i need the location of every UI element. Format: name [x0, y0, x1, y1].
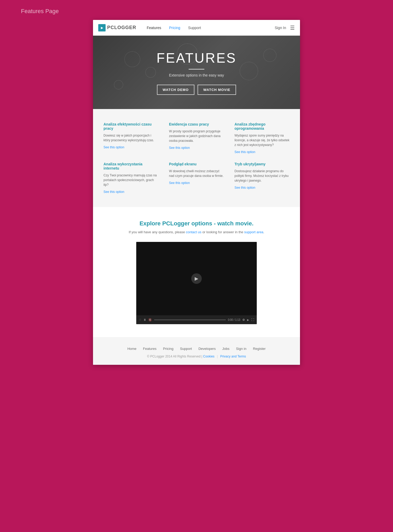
deco-circle-1: [124, 51, 140, 67]
navbar: PCLOGGER Features Pricing Support Sign I…: [93, 20, 300, 36]
feature-desc-4: W dowolnej chwili możesz zobaczyć nad cz…: [169, 169, 224, 178]
feature-link-3[interactable]: See this option: [103, 190, 124, 194]
time-display: 0:00 / 1:13: [228, 318, 240, 321]
explore-section: Explore PCLogger options - watch movie. …: [93, 207, 300, 337]
feature-item-2: Analiza zbędnego oprogramowania Wydajesz…: [234, 122, 290, 154]
footer-link-features[interactable]: Features: [143, 347, 156, 351]
nav-right: Sign In ☰: [275, 25, 295, 31]
footer-link-developers[interactable]: Developers: [198, 347, 216, 351]
support-area-link[interactable]: support area: [244, 230, 263, 234]
explore-title: Explore PCLogger options - watch movie.: [103, 220, 290, 227]
deco-circle-5: [240, 62, 258, 80]
watch-movie-button[interactable]: WATCH MOVIE: [198, 85, 236, 95]
fullscreen-button[interactable]: ⛶: [251, 318, 254, 321]
feature-title-4: Podgląd ekranu: [169, 162, 224, 166]
pause-button[interactable]: ⏸: [143, 318, 146, 321]
video-controls: ♡ ⏸ 🔇 0:00 / 1:13 ⚙ ▶ ⛶: [136, 315, 257, 324]
hero-title: FEATURES: [156, 50, 237, 66]
feature-title-5: Tryb ukryty/jawny: [234, 162, 290, 166]
progress-bar[interactable]: [154, 319, 226, 320]
footer-copyright: © PCLogger 2014 All Rights Reserved | Co…: [98, 355, 295, 358]
copyright-text: © PCLogger 2014 All Rights Reserved |: [147, 355, 202, 358]
nav-links: Features Pricing Support: [147, 26, 275, 30]
video-screen[interactable]: ▶: [136, 242, 257, 315]
nav-support[interactable]: Support: [188, 26, 201, 30]
footer-separator: |: [217, 355, 218, 358]
features-section: Analiza efektywności czasu pracy Dowiesz…: [93, 109, 300, 207]
footer-links: Home Features Pricing Support Developers…: [98, 347, 295, 351]
feature-title-1: Ewidencja czasu pracy: [169, 122, 224, 126]
deco-circle-4: [263, 49, 276, 62]
feature-link-4[interactable]: See this option: [169, 181, 190, 185]
footer-link-pricing[interactable]: Pricing: [163, 347, 173, 351]
feature-desc-2: Wydajesz spore sumy pieniędzy na licencj…: [234, 133, 290, 147]
hamburger-icon[interactable]: ☰: [290, 25, 295, 31]
footer-link-register[interactable]: Register: [253, 347, 265, 351]
footer-link-support[interactable]: Support: [180, 347, 192, 351]
cookies-link[interactable]: Cookies: [203, 355, 214, 358]
footer-link-jobs[interactable]: Jobs: [222, 347, 229, 351]
explore-desc-after: .: [263, 230, 264, 234]
deco-circle-2: [145, 67, 156, 78]
feature-desc-5: Dostosujesz działanie programu do polity…: [234, 169, 290, 183]
feature-title-3: Analiza wykorzystania internetu: [103, 162, 159, 170]
feature-desc-0: Dowiesz się w jakich proporcjach i który…: [103, 133, 159, 143]
feature-link-2[interactable]: See this option: [234, 150, 255, 154]
feature-item-0: Analiza efektywności czasu pracy Dowiesz…: [103, 122, 159, 154]
explore-desc: If you will have any questions, please c…: [103, 230, 290, 234]
page-title: Features Page: [21, 8, 59, 15]
nav-pricing[interactable]: Pricing: [169, 26, 180, 30]
hero-section: FEATURES Extensive options in the easy w…: [93, 36, 300, 109]
hero-divider: [189, 69, 204, 69]
play-button[interactable]: ▶: [191, 273, 202, 284]
feature-title-2: Analiza zbędnego oprogramowania: [234, 122, 290, 131]
youtube-icon[interactable]: ▶: [247, 318, 249, 321]
feature-item-3: Analiza wykorzystania internetu Czy Twoi…: [103, 162, 159, 194]
feature-link-5[interactable]: See this option: [234, 186, 255, 189]
sign-in-link[interactable]: Sign In: [275, 26, 286, 30]
footer: Home Features Pricing Support Developers…: [93, 337, 300, 365]
feature-item-4: Podgląd ekranu W dowolnej chwili możesz …: [169, 162, 224, 194]
mute-button[interactable]: 🔇: [148, 318, 152, 322]
nav-features[interactable]: Features: [147, 26, 161, 30]
video-player: ▶ ♡ ⏸ 🔇 0:00 / 1:13 ⚙ ▶ ⛶: [136, 242, 257, 324]
deco-circle-6: [114, 80, 123, 89]
feature-link-0[interactable]: See this option: [103, 145, 124, 149]
hero-buttons: WATCH DEMO WATCH MOVIE: [156, 85, 237, 95]
feature-link-1[interactable]: See this option: [169, 146, 190, 150]
feature-desc-3: Czy Twoi pracownicy marnują czas na port…: [103, 173, 159, 187]
logo[interactable]: PCLOGGER: [98, 24, 136, 31]
privacy-terms-link[interactable]: Privacy and Terms: [220, 355, 246, 358]
features-grid: Analiza efektywności czasu pracy Dowiesz…: [103, 122, 290, 194]
feature-title-0: Analiza efektywności czasu pracy: [103, 122, 159, 131]
logo-icon: [98, 24, 106, 31]
hero-content: FEATURES Extensive options in the easy w…: [156, 50, 237, 95]
feature-desc-1: W prosty sposób program przygotuje zesta…: [169, 129, 224, 143]
footer-link-signin[interactable]: Sign in: [236, 347, 247, 351]
feature-item-1: Ewidencja czasu pracy W prosty sposób pr…: [169, 122, 224, 154]
footer-link-home[interactable]: Home: [127, 347, 137, 351]
explore-desc-before: If you will have any questions, please: [129, 230, 186, 234]
watch-demo-button[interactable]: WATCH DEMO: [157, 85, 194, 95]
contact-us-link[interactable]: contact us: [186, 230, 201, 234]
feature-item-5: Tryb ukryty/jawny Dostosujesz działanie …: [234, 162, 290, 194]
hero-subtitle: Extensive options in the easy way: [156, 73, 237, 77]
heart-icon: ♡: [139, 318, 141, 321]
logo-text: PCLOGGER: [107, 25, 136, 30]
explore-desc-middle: or looking for answer in the: [201, 230, 244, 234]
settings-icon[interactable]: ⚙: [242, 318, 245, 322]
browser-window: PCLOGGER Features Pricing Support Sign I…: [93, 20, 300, 365]
